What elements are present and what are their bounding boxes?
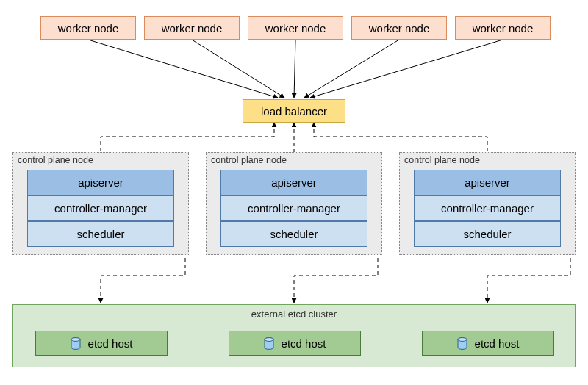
database-icon bbox=[264, 337, 274, 350]
controller-manager-label: controller-manager bbox=[54, 202, 147, 215]
apiserver-box: apiserver bbox=[27, 170, 174, 195]
etcd-cluster-label: external etcd cluster bbox=[13, 309, 575, 320]
worker-node: worker node bbox=[248, 16, 343, 40]
worker-node: worker node bbox=[144, 16, 240, 40]
worker-node: worker node bbox=[351, 16, 447, 40]
controller-manager-box: controller-manager bbox=[220, 195, 368, 221]
svg-line-4 bbox=[310, 40, 503, 98]
apiserver-label: apiserver bbox=[271, 176, 317, 189]
control-plane-node-label: control plane node bbox=[211, 155, 287, 165]
svg-point-10 bbox=[458, 337, 467, 341]
worker-node: worker node bbox=[40, 16, 136, 40]
worker-label: worker node bbox=[473, 22, 534, 35]
svg-point-6 bbox=[71, 337, 80, 341]
scheduler-box: scheduler bbox=[220, 221, 368, 247]
controller-manager-box: controller-manager bbox=[27, 195, 174, 221]
etcd-cluster: external etcd cluster etcd host etcd hos… bbox=[12, 304, 576, 367]
controller-manager-label: controller-manager bbox=[248, 202, 340, 215]
controller-manager-box: controller-manager bbox=[414, 195, 561, 221]
scheduler-label: scheduler bbox=[76, 228, 124, 240]
worker-label: worker node bbox=[58, 22, 119, 35]
etcd-host: etcd host bbox=[35, 331, 168, 356]
scheduler-label: scheduler bbox=[270, 228, 318, 240]
controller-manager-label: controller-manager bbox=[441, 202, 534, 215]
etcd-host: etcd host bbox=[229, 331, 361, 356]
control-plane-node-label: control plane node bbox=[404, 155, 480, 165]
svg-line-0 bbox=[88, 40, 278, 98]
svg-line-1 bbox=[192, 40, 284, 98]
load-balancer-label: load balancer bbox=[261, 105, 327, 118]
etcd-host-label: etcd host bbox=[88, 337, 133, 350]
etcd-host-label: etcd host bbox=[475, 337, 520, 350]
control-plane-node: control plane node apiserver controller-… bbox=[399, 152, 576, 255]
worker-label: worker node bbox=[369, 22, 430, 35]
svg-line-3 bbox=[304, 40, 399, 98]
database-icon bbox=[71, 337, 81, 350]
scheduler-label: scheduler bbox=[463, 228, 511, 240]
apiserver-box: apiserver bbox=[220, 170, 368, 195]
svg-line-2 bbox=[294, 40, 295, 98]
worker-label: worker node bbox=[265, 22, 326, 35]
control-plane-node-label: control plane node bbox=[18, 155, 93, 165]
etcd-host-label: etcd host bbox=[282, 337, 326, 350]
apiserver-box: apiserver bbox=[414, 170, 561, 195]
worker-label: worker node bbox=[162, 22, 223, 35]
control-plane-node: control plane node apiserver controller-… bbox=[206, 152, 382, 255]
etcd-host: etcd host bbox=[422, 331, 554, 356]
database-icon bbox=[457, 337, 467, 350]
apiserver-label: apiserver bbox=[78, 176, 123, 189]
load-balancer: load balancer bbox=[243, 99, 345, 123]
scheduler-box: scheduler bbox=[414, 221, 561, 247]
worker-node: worker node bbox=[455, 16, 551, 40]
apiserver-label: apiserver bbox=[465, 176, 510, 189]
scheduler-box: scheduler bbox=[27, 221, 174, 247]
control-plane-node: control plane node apiserver controller-… bbox=[12, 152, 189, 255]
svg-point-8 bbox=[265, 337, 273, 341]
